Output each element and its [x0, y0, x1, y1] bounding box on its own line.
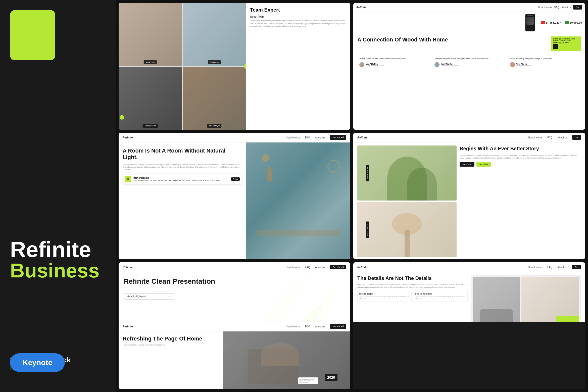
green-decoration: [10, 10, 55, 60]
detail-card-2-text: Lorem ipsum dolor sit amet, consectetur …: [415, 296, 466, 300]
begins-nav-2[interactable]: FAQ: [547, 136, 552, 139]
present-nav-link-2[interactable]: FAQ: [305, 266, 310, 269]
details-nav-btn[interactable]: Get: [572, 265, 581, 269]
begins-nav-1[interactable]: How it works: [528, 136, 542, 139]
refresh-nav: Refinite How it works FAQ About us Get s…: [119, 322, 350, 331]
conn-content: A Connection Of Wood With Home Lorem ips…: [353, 33, 585, 72]
member-dangki: Dangki Oura: [143, 124, 158, 128]
room-nav-link-2[interactable]: FAQ: [305, 136, 310, 139]
conn-nav-2[interactable]: FAQ: [554, 6, 559, 9]
quote-1-text: "Filling the home with the beautiful cre…: [359, 57, 428, 60]
stat-num-2: 20.999.99: [570, 21, 582, 24]
details-nav: Refinite How it works FAQ About us Get: [353, 262, 585, 272]
refresh-text: Refreshing The Page Of Home Lorem ipsum …: [119, 331, 223, 389]
begins-nav: Refinite How it works FAQ About us Get: [353, 133, 585, 142]
person-name-1: Your Title Here: [366, 63, 384, 65]
about-us-button[interactable]: About Us: [476, 162, 491, 167]
refresh-card-partial: Refinite How it works FAQ About us Get s…: [119, 322, 350, 389]
details-nav-3[interactable]: About us: [557, 266, 567, 269]
present-headline: Refinite Clean Presentation: [124, 277, 345, 286]
quote-2-person: Your Title Here Leeere ipsum dolor sit a…: [434, 62, 504, 67]
begins-inner: About Picture About Picture Begins With …: [353, 142, 585, 259]
room-nav-link-3[interactable]: About us: [315, 136, 325, 139]
detail-card-2: Custom Furniture Lorem ipsum dolor sit a…: [413, 291, 467, 302]
refresh-nav-1[interactable]: How it works: [286, 325, 300, 328]
begins-img-1: About Picture: [357, 145, 457, 201]
present-dropdown[interactable]: Made by Rgbryard ▾: [124, 293, 174, 300]
refresh-nav-2[interactable]: FAQ: [305, 325, 310, 328]
interior-icon: ✉: [125, 176, 131, 182]
more-now-button[interactable]: More now: [460, 162, 474, 167]
conn-nav-btn[interactable]: Get: [573, 5, 582, 10]
quote-1-person: Your Title Here Lorem ipsum dolor sit am…: [359, 62, 428, 67]
refresh-stat-card: Lorem ipsum dolor sit amet, consectetur …: [298, 377, 318, 384]
member-chaterine: Chaterine: [208, 60, 221, 64]
room-nav-link-1[interactable]: How it works: [286, 136, 300, 139]
person-element: [261, 343, 299, 366]
quote-3: "Bring the newly designed change to your…: [508, 55, 581, 69]
detail-card-2-title: Custom Furniture: [415, 293, 466, 295]
room-text: A Room Is Not A Room Without Natural Lig…: [119, 142, 246, 259]
room-nav-logo: Refinite: [123, 136, 133, 139]
details-nav-1[interactable]: How it works: [528, 266, 542, 269]
year-badge: 2020: [325, 374, 337, 381]
room-headline: A Room Is Not A Room Without Natural Lig…: [123, 148, 242, 161]
dropdown-label: Made by Rgbryard: [127, 295, 145, 298]
conn-quotes: "Filling the home with the beautiful cre…: [357, 55, 581, 69]
begins-nav-3[interactable]: About us: [557, 136, 567, 139]
begins-img-label-2: About Picture: [366, 221, 369, 238]
stat-2: ✓ 20.999.99: [565, 21, 582, 24]
phone-mockup: [525, 14, 535, 31]
present-nav-logo: Refinite: [123, 266, 133, 269]
present-nav-link-3[interactable]: About us: [315, 266, 325, 269]
begins-images: About Picture About Picture: [357, 145, 457, 257]
team-description: Lorem ipsum dolor sit amet, consectetur …: [250, 20, 346, 28]
present-nav: Refinite How it works FAQ About us Get s…: [119, 262, 350, 272]
conn-green-text: Lorem ipsum dolor sit amet, tuakaka cons…: [553, 38, 578, 43]
person-role-1: Lorem ipsum dolor sit ame: [366, 65, 384, 66]
begins-card: Refinite How it works FAQ About us Get A…: [353, 133, 585, 259]
begins-img-2: About Picture: [357, 202, 457, 257]
keynote-button[interactable]: Keynote: [10, 353, 65, 372]
begins-desc: Lorem ipsum dolor sit amet, consectetur …: [460, 154, 581, 159]
room-nav-btn[interactable]: Get started: [330, 135, 346, 140]
conn-green-box: Lorem ipsum dolor sit amet, tuakaka cons…: [551, 36, 581, 51]
photo-dangki: Dangki Oura: [119, 67, 182, 130]
room-desc: Lorem ipsum dolor sit amet, consectetur …: [123, 163, 242, 171]
conn-nav-3[interactable]: About us: [561, 6, 571, 9]
team-expert-card: Mark Lowi Chaterine Dangki Oura Luna May…: [119, 3, 350, 130]
present-nav-btn[interactable]: Get started: [330, 265, 346, 269]
avatar-1: [359, 62, 364, 67]
photo-luna: Luna Mayol: [183, 67, 246, 130]
conn-nav-1[interactable]: How it works: [538, 6, 552, 9]
room-light-card: Refinite How it works FAQ About us Get s…: [119, 133, 350, 259]
person-role-2: Leeere ipsum dolor sit ame: [441, 65, 459, 66]
details-nav-2[interactable]: FAQ: [547, 266, 552, 269]
team-photos: Mark Lowi Chaterine Dangki Oura Luna May…: [119, 3, 246, 130]
connection-card: Refinite How it works FAQ About us Get ✓…: [353, 3, 585, 130]
person-info-1: Your Title Here Lorem ipsum dolor sit am…: [366, 63, 384, 66]
conn-arrow-icon: →: [553, 44, 558, 49]
room-image-inner: [246, 142, 350, 259]
refresh-inner: Refreshing The Page Of Home Lorem ipsum …: [119, 331, 350, 389]
begins-nav-btn[interactable]: Get: [572, 135, 581, 140]
refresh-nav-3[interactable]: About us: [315, 325, 325, 328]
quote-1: "Filling the home with the beautiful cre…: [357, 55, 430, 69]
detail-card-1: Interior Design Lorem ipsum dolor sit am…: [357, 291, 412, 302]
person-info-2: Your Title Here Leeere ipsum dolor sit a…: [441, 63, 459, 66]
refresh-image: 2020 Lorem ipsum dolor sit amet, consect…: [223, 331, 350, 389]
details-cards: Interior Design Lorem ipsum dolor sit am…: [357, 291, 468, 302]
refresh-nav-btn[interactable]: Get started: [330, 324, 346, 329]
dropdown-arrow-icon: ▾: [169, 295, 171, 298]
present-nav-link-1[interactable]: How it works: [286, 266, 300, 269]
right-partial-empty: [353, 322, 585, 389]
brand-subtitle: Business: [10, 261, 106, 281]
prev-arrow[interactable]: ‹: [120, 115, 124, 120]
person-name-2: Your Title Here: [441, 63, 459, 65]
refresh-headline: Refreshing The Page Of Home: [123, 335, 219, 342]
team-title: Team Expert: [250, 7, 346, 13]
quote-3-text: "Bring the newly designed change to your…: [510, 57, 579, 60]
begins-content: Begins With An Ever Better Story Lorem i…: [460, 145, 581, 257]
details-headline: The Details Are Not The Details: [357, 275, 468, 281]
begins-buttons: More now About Us: [460, 162, 581, 167]
